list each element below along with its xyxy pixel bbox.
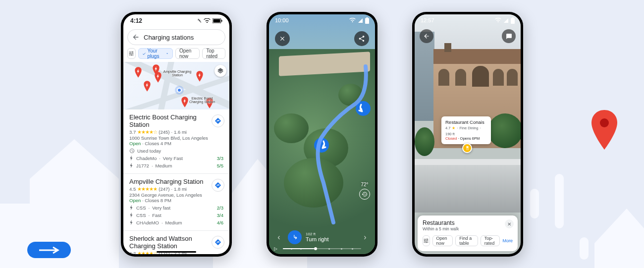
clock-icon [129,148,135,154]
directions-button[interactable] [212,236,224,249]
result-name: Ampville Charging Station [129,178,223,185]
close-sheet-button[interactable]: ✕ [505,219,514,228]
wifi-icon [349,18,356,23]
bottom-sheet: ✕ Restaurants Within a 5 min walk Open n… [418,215,518,251]
sheet-subtitle: Within a 5 min walk [423,226,513,231]
layers-icon [217,67,224,74]
sheet-chips-row: Open now Find a table Top-rated More [423,235,513,246]
svg-rect-12 [365,18,369,24]
battery-icon [365,17,369,24]
search-input[interactable] [144,34,227,41]
wifi-icon [495,18,501,23]
prev-step-button[interactable]: ‹ [274,233,284,242]
result-item[interactable]: Sherlock and Wattson Charging Station 4.… [123,231,229,254]
chevron-down-icon [165,51,169,56]
chip-your-plugs[interactable]: Your plugs [138,48,173,59]
status-time: 12:57 [421,17,434,23]
close-button[interactable] [275,31,290,46]
bolt-icon [129,155,134,161]
chip-open-now[interactable]: Open now [175,48,200,59]
svg-rect-8 [214,19,220,23]
wifi-icon [204,18,211,23]
status-indicators: ␡ [198,18,222,24]
more-link[interactable]: More [502,238,513,243]
phone-lens-search: 12:57 Restaurant Conais 4.7★· Fine Dinin… [412,12,523,257]
next-step-button[interactable]: › [360,233,370,242]
svg-rect-9 [221,20,222,22]
battery-icon [213,18,222,23]
map-pin-label-1: Ampville Charging Station [160,70,195,77]
tune-icon[interactable] [127,48,136,59]
result-name: Electric Boost Charging Station [129,113,223,128]
weather-widget[interactable]: 72° [359,182,370,200]
layers-button[interactable] [215,65,226,77]
clock-history-icon [362,191,368,197]
back-icon[interactable] [132,33,140,42]
play-button[interactable]: ▷ [274,246,277,251]
result-name: Sherlock and Wattson Charging Station [129,235,223,250]
current-step: 102 ft Turn right [288,230,329,244]
plug-row: ChadeMo·Very Fast3/3 [129,155,223,161]
home-indicator [157,251,196,253]
status-bar: 4:12 ␡ [123,14,229,27]
status-time: 4:12 [130,17,142,24]
svg-rect-13 [367,17,368,18]
result-item[interactable]: Electric Boost Charging Station 3.7 ★★★★… [123,109,229,174]
battery-icon [511,17,515,24]
share-icon [358,35,365,42]
plug-row: J1772·Medium5/5 [129,162,223,168]
back-button[interactable] [420,29,433,43]
result-item[interactable]: Ampville Charging Station 4.5★★★★★ (247)… [123,174,229,231]
turn-icon [288,230,302,244]
place-pin-icon[interactable] [462,143,472,153]
filter-chips-row: Your plugs Open now Top rated [123,48,229,62]
close-icon [279,35,286,42]
status-bar: 12:57 [415,14,521,26]
status-time: 10:00 [275,17,289,23]
bolt-icon [129,162,134,168]
route-step-nav: ‹ 102 ft Turn right › [274,230,370,244]
search-bar[interactable] [127,29,225,45]
chat-icon [506,33,512,40]
map-pin-label-2: Electric Boost Charging Station [186,97,218,104]
progress-scrubber[interactable] [283,248,361,249]
route-line [269,14,375,254]
chip-find-table[interactable]: Find a table [455,235,478,246]
directions-button[interactable] [212,114,224,127]
signal-icon [358,18,363,23]
status-indicators [495,17,515,24]
chip-top-rated[interactable]: Top rated [202,48,225,59]
status-bar: 10:00 [269,14,375,26]
svg-rect-15 [512,17,514,18]
share-button[interactable] [354,31,369,46]
result-hours: Open · Closes 4 PM [129,141,223,146]
phone-immersive-view: 10:00 72° ‹ [267,12,377,257]
phone-ev-search: 4:12 ␡ Your plu [121,12,232,257]
signal-icon: ␡ [198,18,202,24]
restaurant-icon [465,146,470,151]
status-indicators [349,17,369,24]
tune-icon[interactable] [423,235,430,246]
signal-icon [503,18,509,23]
time-slider-button[interactable] [359,189,370,200]
map-preview[interactable]: Ampville Charging Station Electric Boost… [123,62,229,109]
directions-button[interactable] [212,179,224,192]
place-name: Restaurant Conais [445,119,487,125]
user-location-dot [177,88,182,93]
sheet-title: Restaurants [423,219,513,226]
svg-rect-14 [511,18,515,24]
chip-top-rated[interactable]: Top-rated [481,235,500,246]
feedback-button[interactable] [502,29,516,43]
result-address: 1000 Sunrise Town Blvd, Los Angeles [129,135,223,141]
chip-open-now[interactable]: Open now [432,235,453,246]
place-info-card[interactable]: Restaurant Conais 4.7★· Fine Dining· 190… [441,116,491,144]
result-used-today: Used today [129,148,223,154]
back-icon [423,33,430,40]
result-rating-row: 3.7 ★★★★☆ (245)· 1.6 mi [129,129,223,135]
